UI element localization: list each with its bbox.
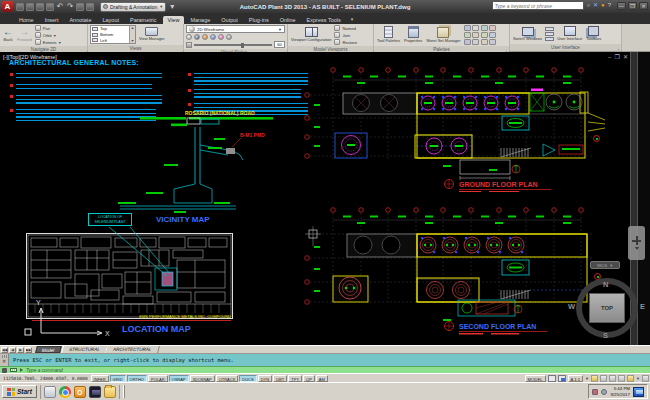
cascade-icon[interactable] [545, 27, 554, 31]
viewcube-east[interactable]: E [640, 302, 645, 311]
switch-windows-button[interactable]: Switch Windows [512, 27, 543, 41]
pan-icon[interactable] [632, 236, 641, 245]
toggle-qp[interactable]: QP [303, 375, 315, 382]
tab-home[interactable]: Home [14, 16, 39, 24]
command-prompt-placeholder[interactable]: Type a command [26, 368, 63, 373]
toggle-osnap[interactable]: OSNAP [169, 375, 189, 382]
tile-horizontal-icon[interactable] [545, 32, 554, 36]
isolate-objects-icon[interactable] [627, 375, 634, 382]
minimize-button[interactable]: — [617, 2, 626, 10]
workspace-dropdown[interactable]: Drafting & Annotation ▼ [100, 2, 166, 12]
tab-parametric[interactable]: Parametric [125, 16, 162, 24]
tile-vertical-icon[interactable] [545, 37, 554, 41]
doc-restore-icon[interactable]: ❐ [615, 54, 620, 60]
cleanscreen-icon[interactable] [642, 375, 649, 382]
tray-app-icon[interactable] [592, 389, 598, 395]
tab-plugins[interactable]: Plug-ins [244, 16, 274, 24]
prev-tab-button[interactable]: ◀ [9, 347, 16, 353]
restore-viewports-button[interactable]: Restore [334, 39, 357, 45]
outlook-icon[interactable]: O [74, 386, 86, 398]
sheet-set-manager-button[interactable]: Sheet Set Manager [425, 27, 461, 43]
plot-icon[interactable] [46, 3, 54, 11]
toggle-am[interactable]: AM [316, 375, 328, 382]
last-tab-button[interactable]: ▶▶ [25, 347, 32, 353]
save-icon[interactable] [36, 3, 44, 11]
tab-annotate[interactable]: Annotate [64, 16, 96, 24]
tab-layout[interactable]: Layout [97, 16, 124, 24]
back-button[interactable]: ← Back [2, 27, 14, 42]
toggle-ortho[interactable]: ORTHO [127, 375, 147, 382]
tab-online[interactable]: Online [275, 16, 301, 24]
workspace-switch-icon[interactable] [609, 375, 616, 382]
toolbars-button[interactable]: Toolbars [585, 26, 602, 41]
media-app-icon[interactable] [89, 386, 101, 398]
help-search-input[interactable] [492, 1, 584, 10]
next-tab-button[interactable]: ▶ [17, 347, 24, 353]
close-button[interactable]: ✕ [639, 2, 648, 10]
first-tab-button[interactable]: ◀◀ [1, 347, 8, 353]
toggle-infer[interactable]: INFER [91, 375, 109, 382]
properties-button[interactable]: Properties [403, 26, 423, 43]
command-history[interactable]: ✕ Press ESC or ENTER to exit, or right-c… [0, 353, 650, 366]
tab-insert[interactable]: Insert [40, 16, 64, 24]
view-manager-button[interactable]: View Manager [138, 27, 166, 41]
command-input-row[interactable]: Type a command [0, 366, 650, 373]
view-item-left[interactable]: Left [91, 37, 129, 43]
help-icon[interactable]: ? [608, 1, 611, 10]
tray-clock-icon[interactable] [601, 389, 607, 395]
forward-button[interactable]: → Forward [16, 27, 33, 42]
tab-view[interactable]: View [163, 16, 185, 24]
qat-more-icon[interactable]: ▾ [168, 3, 176, 11]
customize-wrench-icon[interactable] [2, 368, 7, 373]
user-interface-button[interactable]: User Interface [556, 26, 583, 41]
tab-expresstools[interactable]: Express Tools [302, 16, 346, 24]
redo-icon[interactable]: ↷ [66, 3, 74, 11]
tray-chevron-icon[interactable]: ▼ [636, 376, 640, 381]
toggle-dyn[interactable]: DYN [258, 375, 272, 382]
drawing-quickview-icon[interactable] [558, 375, 566, 382]
count-palette-icon[interactable] [472, 25, 479, 31]
layout-tab-model[interactable]: Model [35, 346, 61, 353]
layout-tab-architectural[interactable]: ARCHITECTURAL [106, 346, 160, 353]
autocad-app-menu-icon[interactable]: A [2, 1, 13, 12]
dbconnect-palette-icon[interactable] [472, 39, 479, 45]
layer-palette-icon[interactable] [472, 32, 479, 38]
tool-palettes-button[interactable]: Tool Palettes [376, 26, 401, 43]
layout-quickview-icon[interactable] [548, 375, 556, 382]
properties-icon[interactable] [86, 3, 94, 11]
style-sphere-icon[interactable] [186, 34, 192, 40]
shaded-style-icon[interactable] [210, 34, 216, 40]
search-binoculars-icon[interactable]: ⌕ [587, 1, 590, 10]
network-display-icon[interactable] [633, 387, 644, 397]
viewport-configuration-button[interactable]: Viewport Configuration [290, 27, 332, 42]
file-explorer-icon[interactable] [104, 386, 116, 398]
pan-button[interactable]: Pan [35, 25, 61, 31]
layout-tab-structural[interactable]: STRUCTURAL [61, 346, 108, 353]
visualstyles-palette-icon[interactable] [481, 32, 488, 38]
calc-palette-icon[interactable] [464, 39, 471, 45]
undo-icon[interactable]: ↶ [56, 3, 64, 11]
extents-button[interactable]: Extents▾ [35, 39, 61, 45]
visual-style-select[interactable]: 2D Wireframe ▼ [186, 25, 285, 33]
annotation-scale-button[interactable]: A 1:1 [568, 375, 584, 382]
sheet-icon[interactable] [76, 3, 84, 11]
data-palette-icon[interactable] [489, 39, 496, 45]
motion-palette-icon[interactable] [481, 39, 488, 45]
orbit-button[interactable]: Orbit▾ [35, 32, 61, 38]
toggle-polar[interactable]: POLAR [148, 375, 168, 382]
start-button[interactable]: Start [2, 385, 37, 398]
hidden-style-icon[interactable] [194, 34, 200, 40]
wcs-dropdown[interactable]: WCS▼ [590, 261, 620, 269]
markup-palette-icon[interactable] [464, 32, 471, 38]
tab-output[interactable]: Output [216, 16, 243, 24]
join-viewports-button[interactable]: Join [334, 32, 357, 38]
navbar-expand-icon[interactable] [635, 247, 639, 250]
toggle-ducs[interactable]: DUCS [239, 375, 256, 382]
views-scrollbar[interactable]: ▲▼ [129, 26, 135, 43]
viewcube[interactable]: WCS▼ TOP N W E S [566, 258, 650, 344]
realistic-style-icon[interactable] [202, 34, 208, 40]
model-space-button[interactable]: MODEL [525, 375, 546, 382]
materials-palette-icon[interactable] [489, 25, 496, 31]
toggle-otrack[interactable]: OTRACK [216, 375, 239, 382]
new-icon[interactable] [16, 3, 24, 11]
